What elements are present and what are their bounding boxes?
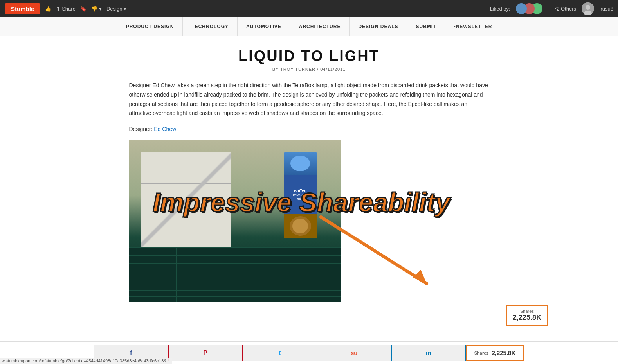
liked-by-label: Liked by: — [490, 6, 510, 12]
article-title-section: LIQUID TO LIGHT BY TROY TURNER / 04/11/2… — [129, 48, 489, 72]
top-bar-right: Liked by: + 72 Others. lrusu8 — [490, 2, 613, 15]
chevron-down-icon: ▾ — [124, 6, 126, 12]
shares-label: Shares — [520, 309, 534, 314]
nav-design-deals[interactable]: DESIGN DEALS — [350, 17, 407, 36]
like-icon[interactable]: 👍 — [45, 6, 51, 12]
twitter-share-button[interactable]: t — [243, 345, 317, 361]
nav-bar: PRODUCT DESIGN TECHNOLOGY AUTOMOTIVE ARC… — [0, 17, 618, 36]
shares-badge: Shares 2,225.8K — [506, 305, 548, 326]
share-label: Share — [62, 6, 76, 12]
stumble-button[interactable]: Stumble — [5, 3, 40, 14]
stumbleupon-share-button[interactable]: su — [317, 345, 391, 361]
dislike-icon[interactable]: 👎 ▾ — [91, 6, 102, 12]
share-icon-btn[interactable]: ⬆ Share — [56, 6, 76, 12]
design-dropdown[interactable]: Design ▾ — [106, 6, 126, 12]
image-container: coffee flavoured milk — [129, 140, 341, 302]
username-label: lrusu8 — [600, 6, 613, 12]
nav-product-design[interactable]: PRODUCT DESIGN — [117, 17, 183, 36]
svg-point-1 — [586, 5, 590, 10]
nav-technology[interactable]: TECHNOLOGY — [183, 17, 238, 36]
shares-label-bar: Shares — [474, 351, 489, 355]
others-label: + 72 Others. — [550, 6, 578, 12]
bookmark-icon[interactable]: 🔖 — [80, 6, 86, 12]
nav-newsletter[interactable]: NEWSLETTER — [445, 17, 501, 36]
shares-number: 2,225.8K — [492, 350, 515, 356]
shares-count: 2,225.8K — [513, 314, 541, 322]
linkedin-share-button[interactable]: in — [391, 345, 466, 361]
top-bar: Stumble 👍 ⬆ Share 🔖 👎 ▾ Design ▾ Liked b… — [0, 0, 618, 17]
url-bar: w.stumbleupon.com/to/stumble/go/?clienti… — [0, 358, 172, 364]
nav-submit[interactable]: SUBMIT — [407, 17, 445, 36]
linkedin-icon: in — [426, 350, 431, 356]
stumbleupon-icon: su — [351, 350, 358, 356]
twitter-icon: t — [279, 350, 281, 357]
user-avatar[interactable] — [582, 2, 594, 15]
second-image — [129, 279, 341, 302]
facebook-icon: f — [130, 350, 132, 357]
nav-automotive[interactable]: AUTOMOTIVE — [238, 17, 290, 36]
designer-link[interactable]: Ed Chew — [154, 126, 176, 132]
main-image: coffee flavoured milk — [129, 140, 341, 279]
title-line-left — [129, 56, 231, 56]
designer-credit: Designer: Ed Chew — [129, 126, 489, 132]
main-content: LIQUID TO LIGHT BY TROY TURNER / 04/11/2… — [121, 36, 497, 302]
design-label: Design — [106, 6, 122, 12]
title-line-right — [387, 56, 489, 56]
nav-architecture[interactable]: ARCHITECTURE — [290, 17, 350, 36]
shares-count-display: Shares 2,225.8K — [466, 345, 524, 361]
article-title: LIQUID TO LIGHT — [238, 48, 380, 65]
avatar-1 — [516, 3, 527, 14]
pinterest-share-button[interactable]: P — [168, 345, 243, 361]
pinterest-icon: P — [203, 350, 207, 357]
article-meta: BY TROY TURNER / 04/11/2011 — [129, 67, 489, 72]
main-image-bg: coffee flavoured milk — [129, 140, 341, 279]
article-body: Designer Ed Chew takes a green step in t… — [129, 81, 489, 118]
designer-label: Designer: — [129, 126, 153, 132]
